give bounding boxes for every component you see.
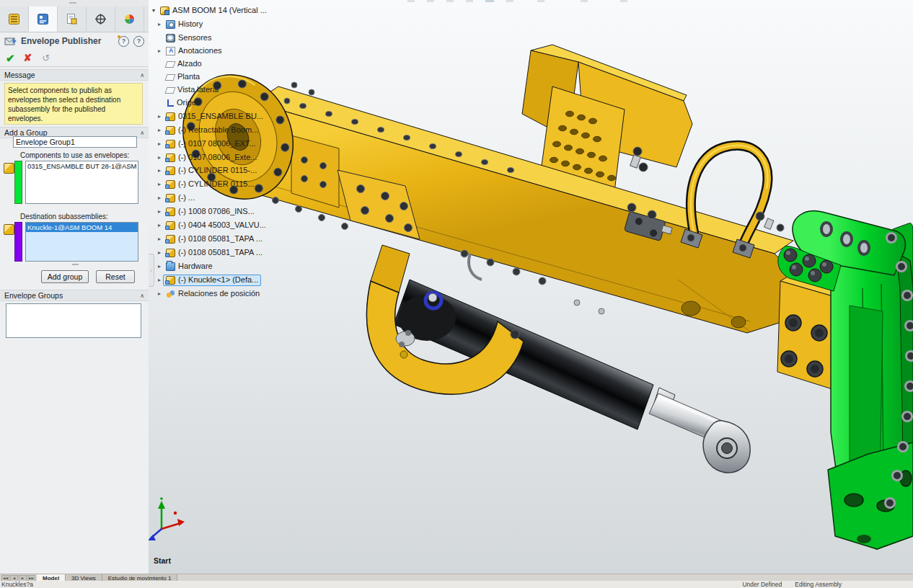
envelope-groups-listbox[interactable]	[6, 303, 141, 338]
components-color-bar	[14, 161, 22, 204]
component-icon	[166, 180, 175, 189]
panel-flyout-handle[interactable]: ›	[149, 254, 154, 287]
status-left-text: Knuckles?a	[1, 581, 33, 588]
panel-splitter[interactable]	[0, 0, 149, 6]
component-icon	[166, 194, 175, 202]
tree-item-component[interactable]: (-) 0107 08006_EXT...	[156, 137, 259, 151]
expand-arrow-icon[interactable]	[156, 208, 163, 215]
tree-item-origin[interactable]: Origen	[156, 96, 203, 110]
list-item[interactable]: 0315_ENSAMBLE BUT 28-1@ASM BOOM 14	[26, 161, 138, 171]
tab-property-manager[interactable]	[29, 6, 58, 32]
pin-icon[interactable]: ?	[118, 36, 129, 47]
expand-arrow-icon[interactable]	[156, 167, 163, 174]
expand-arrow-icon[interactable]	[150, 7, 157, 14]
tree-item-component[interactable]: (-) Retractable Boom...	[156, 123, 261, 137]
tree-item-knuckle-selected[interactable]: (-) Knuckle<1> (Defa...	[156, 273, 261, 287]
tree-item-front-plane[interactable]: Alzado	[156, 57, 205, 71]
message-box: Select components to publish as envelope…	[4, 83, 143, 125]
tree-item-component[interactable]: (-) 0107 08006_Exte...	[156, 151, 260, 164]
origin-triad	[149, 497, 185, 540]
destination-listbox[interactable]: Knuckle-1@ASM BOOM 14	[25, 222, 138, 262]
sensors-icon	[166, 34, 175, 43]
expand-arrow-icon[interactable]	[156, 290, 163, 297]
component-icon	[166, 208, 175, 216]
component-icon	[166, 235, 175, 244]
tree-item-component[interactable]: (-) 0108 05081_TAPA ...	[156, 232, 265, 246]
tree-item-history[interactable]: History	[156, 17, 206, 31]
expand-arrow-icon[interactable]	[156, 48, 163, 54]
group-name-input[interactable]	[13, 136, 137, 148]
components-listbox[interactable]: 0315_ENSAMBLE BUT 28-1@ASM BOOM 14	[25, 161, 138, 204]
tree-item-component[interactable]: (-) ...	[156, 191, 198, 205]
expand-arrow-icon[interactable]	[156, 21, 163, 27]
tree-item-component[interactable]: (-) 1008 07086_INS...	[156, 205, 257, 218]
help-icon[interactable]: ?	[133, 36, 144, 47]
tree-item-component[interactable]: (-) CYLINDER 0115-...	[156, 164, 260, 177]
components-label: Components to use as envelopes:	[20, 151, 129, 159]
destination-selection-icon	[4, 224, 14, 235]
expand-arrow-icon[interactable]	[156, 222, 163, 228]
tab-configuration-manager[interactable]	[58, 6, 87, 31]
destination-label: Destination subassemblies:	[20, 213, 108, 220]
component-icon	[166, 153, 175, 162]
tree-item-annotations[interactable]: Anotaciones	[156, 44, 225, 58]
component-selection-icon	[4, 163, 14, 174]
collapse-chevron-icon[interactable]: ∧	[140, 72, 144, 79]
expand-arrow-icon[interactable]	[156, 263, 163, 270]
tree-item-assembly-root[interactable]: ASM BOOM 14 (Vertical ...	[150, 4, 270, 17]
expand-arrow-icon[interactable]	[156, 249, 163, 256]
expand-arrow-icon[interactable]	[156, 236, 163, 242]
configuration-manager-icon	[66, 13, 78, 25]
tree-item-component[interactable]: (-) 0108 05081_TAPA ...	[156, 246, 265, 259]
tree-item-component[interactable]: (-) CYLINDER 0115...	[156, 177, 257, 191]
component-icon	[166, 276, 175, 285]
tab-display-manager[interactable]	[115, 6, 144, 31]
tree-item-sensors[interactable]: Sensores	[156, 31, 214, 45]
mates-icon	[166, 290, 175, 298]
status-mode: Editing Assembly	[795, 581, 842, 588]
splitter-grip[interactable]	[69, 2, 76, 4]
component-icon	[166, 166, 175, 175]
collapse-chevron-icon[interactable]: ∧	[140, 130, 144, 136]
property-manager-icon	[37, 13, 49, 25]
expand-arrow-icon[interactable]	[156, 154, 163, 161]
boom-part[interactable]	[254, 82, 802, 333]
expand-arrow-icon[interactable]	[156, 141, 163, 147]
cancel-button[interactable]: ✘	[24, 53, 32, 63]
list-item-selected[interactable]: Knuckle-1@ASM BOOM 14	[26, 223, 138, 232]
knuckle-part[interactable]	[777, 211, 913, 549]
component-icon	[166, 249, 175, 257]
add-group-button[interactable]: Add group	[41, 270, 89, 283]
reset-button[interactable]: Reset	[96, 270, 135, 283]
undo-button[interactable]: ↺	[42, 53, 50, 63]
component-icon	[166, 140, 175, 148]
component-icon	[166, 126, 175, 135]
display-manager-icon	[123, 13, 136, 25]
annotations-icon	[166, 47, 175, 55]
tree-item-component[interactable]: 0315_ENSAMBLE BU...	[156, 110, 266, 123]
tree-item-component[interactable]: (-) 0404 45003_VALVU...	[156, 218, 269, 232]
expand-arrow-icon[interactable]	[156, 277, 163, 283]
history-folder-icon	[166, 20, 175, 29]
tree-item-top-plane[interactable]: Planta	[156, 70, 203, 84]
plane-icon	[165, 87, 176, 94]
list-resize-handle[interactable]	[72, 264, 79, 265]
expand-arrow-icon[interactable]	[156, 181, 163, 187]
collapse-chevron-icon[interactable]: ∧	[140, 293, 144, 299]
message-section-header[interactable]: Message∧	[0, 69, 149, 81]
envelope-groups-section-header[interactable]: Envelope Groups∧	[0, 290, 149, 301]
tree-item-mates[interactable]: Relaciones de posición	[156, 287, 263, 300]
ok-button[interactable]: ✔	[6, 53, 15, 63]
tree-item-side-plane[interactable]: Vista lateral	[156, 83, 221, 97]
tab-dimxpert-manager[interactable]	[87, 6, 115, 31]
panel-actions: ✔ ✘ ↺	[0, 49, 149, 67]
top-toolbar-remnant	[407, 0, 627, 2]
tree-item-hardware-folder[interactable]: Hardware	[156, 259, 216, 273]
model-3d-view[interactable]	[149, 0, 913, 574]
expand-arrow-icon[interactable]	[156, 127, 163, 133]
component-icon	[166, 221, 175, 230]
graphics-viewport[interactable]: ASM BOOM 14 (Vertical ... History Sensor…	[149, 0, 913, 574]
expand-arrow-icon[interactable]	[156, 195, 163, 201]
tab-feature-manager[interactable]	[0, 6, 29, 31]
expand-arrow-icon[interactable]	[156, 113, 163, 120]
